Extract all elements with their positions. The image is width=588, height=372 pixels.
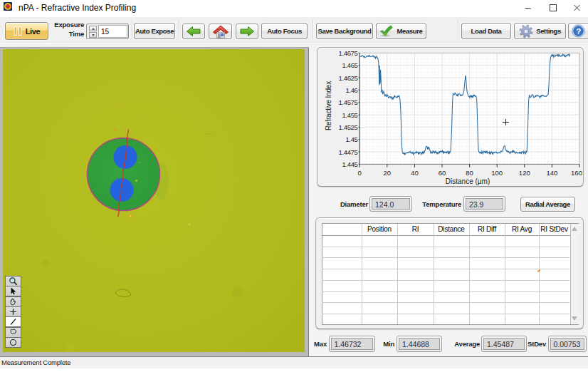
svg-text:100: 100 <box>491 169 503 177</box>
svg-text:1.4675: 1.4675 <box>339 49 358 57</box>
svg-text:1.455: 1.455 <box>342 111 357 119</box>
svg-text:1.46: 1.46 <box>345 86 357 94</box>
svg-text:?: ? <box>576 27 581 36</box>
svg-text:0: 0 <box>358 169 362 177</box>
svg-text:140: 140 <box>546 169 557 177</box>
svg-text:1.4525: 1.4525 <box>339 123 358 131</box>
svg-text:20: 20 <box>384 169 392 177</box>
svg-text:60: 60 <box>439 169 446 177</box>
svg-text:1.4575: 1.4575 <box>339 98 358 106</box>
svg-text:80: 80 <box>466 169 473 177</box>
svg-text:1.4625: 1.4625 <box>339 74 358 82</box>
svg-text:160: 160 <box>571 169 582 177</box>
svg-text:40: 40 <box>411 169 419 177</box>
svg-text:1.445: 1.445 <box>342 160 357 168</box>
svg-text:1.45: 1.45 <box>345 135 357 143</box>
svg-text:Distance (µm): Distance (µm) <box>446 177 490 185</box>
svg-text:120: 120 <box>519 169 530 177</box>
svg-text:Refractive Index: Refractive Index <box>325 81 332 130</box>
svg-text:1.4475: 1.4475 <box>339 148 358 156</box>
svg-text:1.465: 1.465 <box>342 61 357 69</box>
